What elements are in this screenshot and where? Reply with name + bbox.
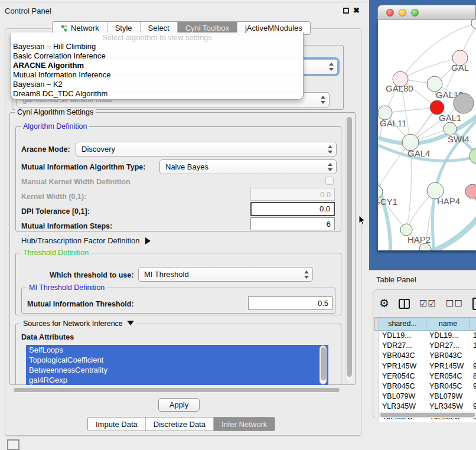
- table-cell[interactable]: YER054C: [426, 371, 470, 381]
- mi-steps-field[interactable]: 6: [250, 217, 335, 230]
- network-canvas[interactable]: GALGAL80GAL10GAL1GAL11SWI4GAL4GCY1HAP4YH…: [377, 19, 476, 250]
- table-cell[interactable]: YDR27...: [426, 341, 470, 351]
- aracne-mode-label: Aracne Mode:: [21, 145, 70, 154]
- gear-icon[interactable]: ⚙: [379, 297, 389, 310]
- select-all-icon[interactable]: ☑☑: [419, 298, 436, 309]
- dropdown-item[interactable]: Basic Correlation Inference: [11, 51, 303, 61]
- network-edge[interactable]: [378, 142, 410, 192]
- minimize-traffic-light-icon[interactable]: [399, 9, 406, 17]
- manual-kernel-checkbox[interactable]: [325, 177, 334, 185]
- network-node[interactable]: [454, 93, 474, 113]
- dpi-tolerance-field[interactable]: 0.0: [250, 202, 335, 216]
- expanded-arrow-icon[interactable]: [127, 321, 134, 325]
- scrollbar-thumb[interactable]: [380, 413, 475, 417]
- close-panel-icon[interactable]: ✖: [353, 6, 360, 15]
- node-label: HAP4: [437, 196, 460, 206]
- hub-definition-label: Hub/Transcription Factor Definition: [21, 236, 139, 245]
- tab-discretize-data[interactable]: Discretize Data: [146, 418, 214, 431]
- table-cell[interactable]: YDL19...: [379, 331, 426, 341]
- dropdown-item[interactable]: ARACNE Algorithm: [11, 61, 303, 70]
- table-cell[interactable]: YPR145W: [379, 361, 426, 371]
- table-cell[interactable]: YBR045C: [379, 381, 426, 392]
- node-label: GAL: [451, 63, 469, 73]
- network-node-hap2[interactable]: [400, 224, 412, 236]
- table-cell[interactable]: YBR045C: [426, 381, 470, 392]
- column-header[interactable]: shared...: [379, 317, 426, 331]
- attribute-item[interactable]: gal4RGexp: [26, 375, 328, 385]
- scrollbar-thumb[interactable]: [14, 388, 340, 392]
- attribute-item[interactable]: BetweennessCentrality: [26, 365, 328, 375]
- table-cell[interactable]: YDL19...: [426, 331, 470, 341]
- table-cell[interactable]: 9.: [470, 381, 476, 392]
- column-header[interactable]: name: [426, 317, 470, 331]
- table-cell[interactable]: [470, 392, 476, 402]
- table-cell[interactable]: YLR345W: [426, 402, 470, 412]
- sources-title-text: Sources for Network Inference: [23, 319, 123, 328]
- mi-threshold-field[interactable]: 0.5: [248, 296, 332, 310]
- columns-icon[interactable]: [399, 299, 410, 309]
- table-cell[interactable]: YBL079W: [379, 392, 426, 402]
- row-gutter: [374, 371, 379, 381]
- tab-infer-network[interactable]: Infer Network: [214, 418, 275, 431]
- attributes-list-scrollbar[interactable]: [319, 345, 327, 384]
- column-header[interactable]: [470, 317, 476, 331]
- table-cell[interactable]: YBR043C: [426, 351, 470, 361]
- settings-horizontal-scrollbar[interactable]: [12, 387, 343, 393]
- table-cell[interactable]: 13: [470, 331, 476, 341]
- dropdown-item[interactable]: Bayesian – Hill Climbing: [11, 42, 303, 51]
- zoom-traffic-light-icon[interactable]: [411, 9, 419, 17]
- table-cell[interactable]: 9.: [470, 361, 476, 371]
- dropdown-item[interactable]: Bayesian – K2: [11, 80, 303, 89]
- network-node[interactable]: [471, 19, 476, 30]
- bottom-tabbar: Impute DataDiscretize DataInfer Network: [87, 417, 275, 431]
- control-panel-bottom-border: [5, 436, 361, 436]
- apply-button[interactable]: Apply: [158, 398, 200, 412]
- table-cell[interactable]: YLR345W: [379, 402, 426, 412]
- table-cell[interactable]: YDR27...: [379, 341, 426, 351]
- row-gutter: [374, 392, 379, 402]
- table-cell[interactable]: 8.: [470, 371, 476, 381]
- table-cell[interactable]: YER054C: [379, 371, 426, 381]
- hub-definition-toggle[interactable]: Hub/Transcription Factor Definition: [21, 236, 151, 245]
- minimized-panel-icon[interactable]: [7, 439, 19, 450]
- kernel-width-label: Kernel Width (0,1):: [21, 193, 86, 201]
- network-window-titlebar[interactable]: [377, 5, 476, 19]
- control-panel-top-border: [0, 2, 366, 2]
- table-cell[interactable]: 12: [470, 341, 476, 351]
- scrollbar-thumb[interactable]: [347, 117, 352, 377]
- mi-type-combobox[interactable]: Naive Bayes: [159, 159, 337, 174]
- sources-group-title: Sources for Network Inference: [21, 319, 136, 328]
- table-cell[interactable]: YPR145W: [426, 361, 470, 371]
- tab-impute-data[interactable]: Impute Data: [88, 418, 146, 431]
- dropdown-item[interactable]: Dream8 DC_TDC Algorithm: [11, 89, 303, 99]
- network-node-swi4[interactable]: [444, 122, 457, 135]
- aracne-mode-combobox[interactable]: Discovery: [76, 142, 337, 156]
- float-window-icon[interactable]: [343, 8, 349, 14]
- table-cell[interactable]: YBR043C: [379, 351, 426, 361]
- table-cell[interactable]: [470, 351, 476, 361]
- network-node[interactable]: [470, 148, 476, 164]
- combo-stepper-icon: [327, 144, 332, 155]
- scrollbar-thumb[interactable]: [321, 347, 326, 380]
- attribute-item[interactable]: TopologicalCoefficient: [26, 355, 328, 365]
- settings-vertical-scrollbar[interactable]: [345, 116, 353, 383]
- node-label: GAL4: [407, 148, 430, 158]
- kernel-width-field[interactable]: 0.0: [250, 188, 335, 201]
- attribute-item[interactable]: SelfLoops: [26, 345, 328, 355]
- table-panel-title: Table Panel: [376, 275, 416, 284]
- network-view-window: GALGAL80GAL10GAL1GAL11SWI4GAL4GCY1HAP4YH…: [377, 5, 476, 251]
- table-horizontal-scrollbar[interactable]: [379, 412, 476, 418]
- table-cell[interactable]: 9.: [470, 402, 476, 412]
- deselect-all-icon[interactable]: ☐☐: [446, 298, 463, 309]
- network-edge[interactable]: [385, 107, 437, 113]
- table-cell[interactable]: YBL079W: [426, 392, 470, 402]
- close-traffic-light-icon[interactable]: [386, 9, 394, 17]
- screenshot-root: Control Panel ✖ NetworkStyleSelectCyni T…: [0, 0, 476, 450]
- dropdown-item[interactable]: Mutual Information Inference: [11, 70, 303, 80]
- document-icon[interactable]: [472, 298, 476, 310]
- node-label: SWI4: [448, 134, 470, 144]
- column-header[interactable]: [374, 317, 379, 331]
- combo-stepper-icon: [327, 162, 332, 172]
- which-threshold-combobox[interactable]: MI Threshold: [138, 267, 313, 282]
- data-attributes-list[interactable]: SelfLoopsTopologicalCoefficientBetweenne…: [26, 345, 328, 385]
